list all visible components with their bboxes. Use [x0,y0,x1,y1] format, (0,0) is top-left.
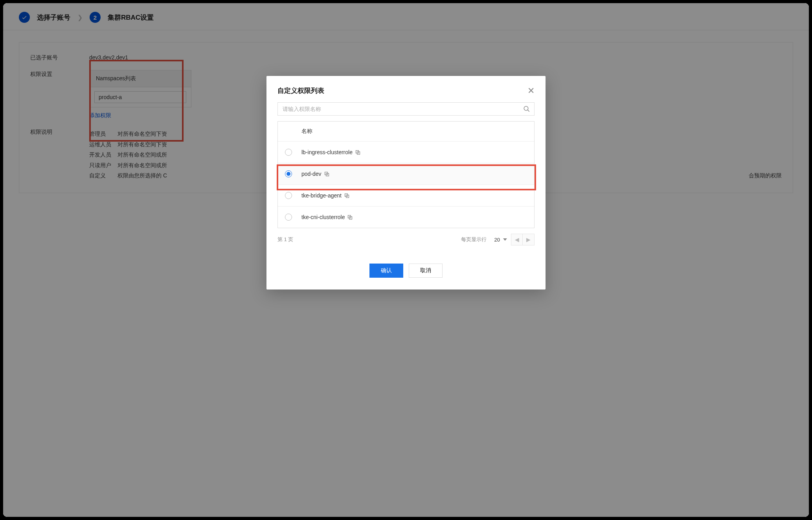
confirm-button[interactable]: 确认 [369,264,403,278]
list-row[interactable]: tke-cni-clusterrole [278,207,534,228]
pager-next-button[interactable]: ▶ [523,234,535,245]
role-name: pod-dev [301,171,321,177]
custom-permission-modal: 自定义权限列表 ✕ 名称 lb-ingress-clusterrole [266,76,546,290]
pager-prev-button[interactable]: ◀ [511,234,523,245]
radio[interactable] [285,214,292,221]
modal-title: 自定义权限列表 [277,86,324,95]
column-header-name: 名称 [278,122,534,142]
search-icon[interactable] [523,105,530,112]
permission-list: 名称 lb-ingress-clusterrole pod-dev [277,121,535,228]
radio[interactable] [285,192,292,199]
svg-line-1 [528,110,529,112]
list-row[interactable]: pod-dev [278,163,534,185]
pager-size-select[interactable]: 每页显示行 20 [461,236,507,243]
copy-icon[interactable] [324,171,330,177]
cancel-button[interactable]: 取消 [409,264,443,278]
chevron-down-icon [503,238,507,241]
role-name: lb-ingress-clusterrole [301,149,353,155]
svg-point-0 [524,106,528,111]
role-name: tke-bridge-agent [301,192,342,199]
search-wrap [277,102,535,116]
pager: 第 1 页 每页显示行 20 ◀ ▶ [277,234,535,245]
close-icon[interactable]: ✕ [527,87,535,95]
copy-icon[interactable] [347,214,353,220]
copy-icon[interactable] [344,193,350,199]
pager-page-info: 第 1 页 [277,236,293,243]
radio[interactable] [285,149,292,156]
copy-icon[interactable] [355,149,361,155]
list-row[interactable]: lb-ingress-clusterrole [278,142,534,163]
list-row[interactable]: tke-bridge-agent [278,185,534,207]
role-name: tke-cni-clusterrole [301,214,345,220]
search-input[interactable] [278,103,519,115]
radio[interactable] [285,170,292,177]
app-window: 选择子账号 ❯ 2 集群RBAC设置 已选子账号 dev3,dev2,dev1 … [3,3,809,517]
